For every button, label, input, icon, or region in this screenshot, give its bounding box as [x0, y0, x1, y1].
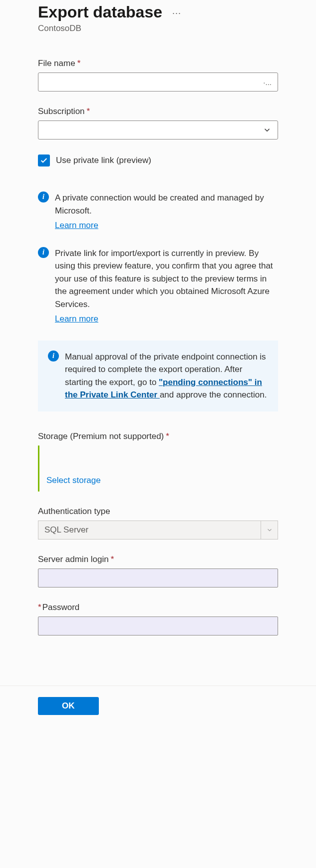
chevron-down-icon [266, 526, 273, 534]
admin-login-input[interactable] [38, 568, 278, 588]
learn-more-link-2[interactable]: Learn more [55, 312, 98, 326]
info-icon: i [38, 192, 49, 202]
info-text-2: Private link for import/export is curren… [55, 247, 278, 326]
subscription-label: Subscription* [38, 106, 278, 116]
info-text-1: A private connection would be created an… [55, 192, 278, 232]
private-link-checkbox[interactable] [38, 154, 50, 166]
file-name-label: File name* [38, 58, 278, 68]
more-icon[interactable]: ··· [172, 8, 181, 18]
page-subtitle: ContosoDB [38, 24, 278, 34]
learn-more-link-1[interactable]: Learn more [55, 219, 98, 232]
info-icon: i [38, 247, 49, 258]
storage-box: Select storage [38, 446, 278, 492]
callout-text: Manual approval of the private endpoint … [65, 350, 268, 402]
password-input[interactable] [38, 616, 278, 636]
storage-label: Storage (Premium not supported)* [38, 432, 278, 442]
private-link-label: Use private link (preview) [56, 156, 151, 166]
page-title: Export database [38, 3, 162, 22]
auth-type-select: SQL Server [38, 520, 278, 540]
file-name-input[interactable] [38, 72, 278, 92]
password-label: *Password [38, 602, 278, 612]
footer-divider [0, 686, 316, 686]
chevron-down-icon [263, 126, 272, 134]
auth-type-label: Authentication type [38, 506, 278, 516]
admin-login-label: Server admin login* [38, 554, 278, 564]
check-icon [40, 156, 48, 164]
subscription-select[interactable] [38, 120, 278, 140]
ok-button[interactable]: OK [38, 697, 99, 715]
info-icon: i [48, 350, 59, 362]
select-storage-link[interactable]: Select storage [46, 476, 101, 485]
